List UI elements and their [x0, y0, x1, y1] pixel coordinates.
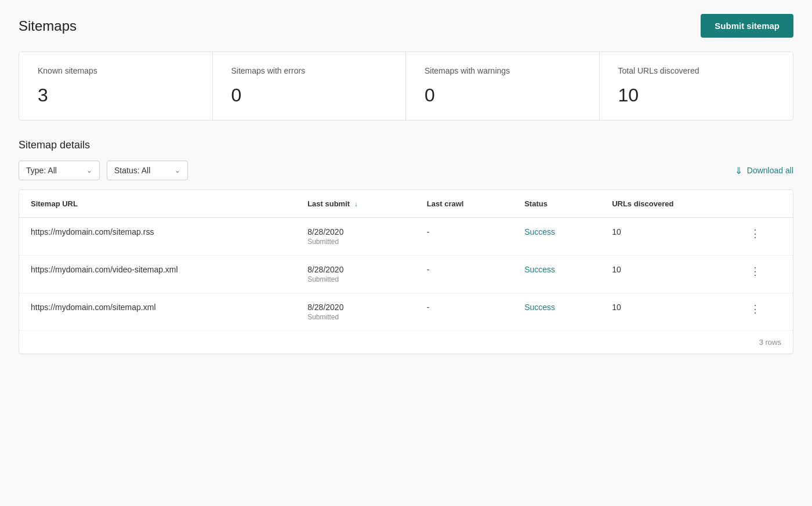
table-row: https://mydomain.com/sitemap.rss 8/28/20… — [19, 218, 793, 256]
table-row: https://mydomain.com/video-sitemap.xml 8… — [19, 256, 793, 293]
sitemap-table: Sitemap URL Last submit ↓ Last crawl Sta… — [19, 190, 793, 330]
col-last-crawl: Last crawl — [415, 190, 513, 218]
cell-row-menu[interactable]: ⋮ — [738, 218, 793, 256]
cell-last-submit: 8/28/2020 Submitted — [296, 256, 415, 293]
table-row: https://mydomain.com/sitemap.xml 8/28/20… — [19, 293, 793, 331]
stat-total-urls-value: 10 — [618, 85, 775, 106]
type-filter-chevron-icon: ⌄ — [86, 166, 92, 174]
stat-sitemaps-errors-value: 0 — [231, 85, 387, 106]
row-menu-icon[interactable]: ⋮ — [750, 302, 760, 315]
cell-last-submit: 8/28/2020 Submitted — [296, 218, 415, 256]
page-title: Sitemaps — [19, 18, 77, 34]
download-icon: ⇓ — [735, 165, 742, 176]
submit-sitemap-button[interactable]: Submit sitemap — [701, 14, 793, 38]
stat-total-urls: Total URLs discovered 10 — [600, 52, 793, 120]
stats-grid: Known sitemaps 3 Sitemaps with errors 0 … — [19, 52, 793, 121]
sort-icon: ↓ — [354, 200, 358, 208]
status-filter[interactable]: Status: All ⌄ — [107, 161, 188, 180]
stat-known-sitemaps-label: Known sitemaps — [38, 66, 194, 75]
cell-urls-discovered: 10 — [600, 293, 738, 331]
cell-row-menu[interactable]: ⋮ — [738, 293, 793, 331]
stat-sitemaps-warnings-label: Sitemaps with warnings — [425, 66, 581, 75]
cell-status: Success — [513, 218, 600, 256]
filters-left: Type: All ⌄ Status: All ⌄ — [19, 161, 188, 180]
stat-sitemaps-warnings-value: 0 — [425, 85, 581, 106]
stat-sitemaps-errors: Sitemaps with errors 0 — [213, 52, 407, 120]
stat-known-sitemaps: Known sitemaps 3 — [19, 52, 213, 120]
cell-last-submit: 8/28/2020 Submitted — [296, 293, 415, 331]
cell-sitemap-url: https://mydomain.com/sitemap.xml — [19, 293, 296, 331]
sitemap-table-container: Sitemap URL Last submit ↓ Last crawl Sta… — [19, 190, 793, 354]
stat-total-urls-label: Total URLs discovered — [618, 66, 775, 75]
cell-last-crawl: - — [415, 293, 513, 331]
cell-status: Success — [513, 293, 600, 331]
row-menu-icon[interactable]: ⋮ — [750, 227, 760, 239]
row-menu-icon[interactable]: ⋮ — [750, 264, 760, 277]
download-all-label: Download all — [747, 166, 793, 175]
col-sitemap-url: Sitemap URL — [19, 190, 296, 218]
status-filter-label: Status: All — [114, 166, 150, 175]
details-section-title: Sitemap details — [19, 139, 793, 151]
cell-last-crawl: - — [415, 256, 513, 293]
col-status: Status — [513, 190, 600, 218]
download-all-button[interactable]: ⇓ Download all — [735, 165, 793, 176]
cell-status: Success — [513, 256, 600, 293]
col-urls-discovered: URLs discovered — [600, 190, 738, 218]
status-filter-chevron-icon: ⌄ — [175, 166, 180, 174]
col-last-submit[interactable]: Last submit ↓ — [296, 190, 415, 218]
cell-row-menu[interactable]: ⋮ — [738, 256, 793, 293]
filters-row: Type: All ⌄ Status: All ⌄ ⇓ Download all — [19, 161, 793, 180]
type-filter[interactable]: Type: All ⌄ — [19, 161, 100, 180]
cell-urls-discovered: 10 — [600, 218, 738, 256]
cell-urls-discovered: 10 — [600, 256, 738, 293]
stat-known-sitemaps-value: 3 — [38, 85, 194, 106]
cell-last-crawl: - — [415, 218, 513, 256]
cell-sitemap-url: https://mydomain.com/sitemap.rss — [19, 218, 296, 256]
rows-count: 3 rows — [19, 330, 793, 354]
table-header-row: Sitemap URL Last submit ↓ Last crawl Sta… — [19, 190, 793, 218]
stat-sitemaps-errors-label: Sitemaps with errors — [231, 66, 387, 75]
cell-sitemap-url: https://mydomain.com/video-sitemap.xml — [19, 256, 296, 293]
col-actions — [738, 190, 793, 218]
stat-sitemaps-warnings: Sitemaps with warnings 0 — [406, 52, 600, 120]
type-filter-label: Type: All — [26, 166, 57, 175]
page-header: Sitemaps Submit sitemap — [19, 14, 793, 38]
